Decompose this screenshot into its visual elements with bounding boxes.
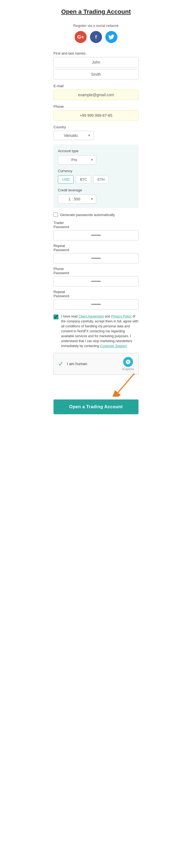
trader-password-group: TraderPassword [54, 221, 138, 241]
captcha-logo: hCaptcha [122, 357, 134, 371]
leverage-label: Credit leverage [58, 188, 134, 192]
email-section: E-mail [54, 84, 138, 100]
generate-label: Generate passwords automatically [60, 213, 115, 217]
repeat-phone-password-group: RepeatPassword [54, 290, 138, 310]
privacy-policy-link[interactable]: Privacy Policy [111, 314, 132, 318]
currency-btc[interactable]: BTC [76, 175, 91, 184]
currency-eth[interactable]: ETH [93, 175, 108, 184]
country-select[interactable]: Vanuatu United States United Kingdom Ger… [54, 131, 94, 140]
arrow-container [54, 380, 138, 399]
repeat-phone-password-label: RepeatPassword [54, 290, 138, 298]
agreement-checkbox[interactable] [54, 314, 58, 319]
orange-arrow-svg [96, 372, 140, 397]
phone-password-group: PhonePassword [54, 267, 138, 286]
captcha-box[interactable]: ✓ I am human hCaptcha [54, 353, 138, 375]
phone-section: Phone [54, 104, 138, 121]
currency-usd[interactable]: USD [58, 175, 73, 184]
phone-label: Phone [54, 104, 138, 108]
captcha-label: I am human [67, 362, 87, 366]
email-label: E-mail [54, 84, 138, 88]
trader-password-input[interactable] [54, 230, 138, 241]
phone-password-input[interactable] [54, 276, 138, 286]
captcha-brand: hCaptcha [122, 368, 134, 371]
agreement-section: I have read Client Agreement and Privacy… [54, 314, 138, 348]
customer-support-link[interactable]: Customer Support [100, 344, 126, 348]
facebook-icon[interactable]: f [90, 31, 102, 43]
currency-label: Currency [58, 169, 134, 173]
social-icons: G+ f [54, 31, 138, 43]
repeat-phone-password-input[interactable] [54, 299, 138, 310]
password-section: Generate passwords automatically TraderP… [54, 213, 138, 310]
generate-checkbox[interactable] [54, 213, 58, 217]
phone-input[interactable] [54, 110, 138, 121]
agreement-text: I have read Client Agreement and Privacy… [61, 314, 138, 348]
captcha-left: ✓ I am human [58, 360, 87, 368]
currency-section: Currency USD BTC ETH [58, 169, 134, 184]
phone-password-label: PhonePassword [54, 267, 138, 275]
country-label: Country [54, 125, 138, 129]
social-label: Register via a social network [54, 24, 138, 28]
generate-row: Generate passwords automatically [54, 213, 138, 217]
repeat-password-input[interactable] [54, 253, 138, 264]
account-type-select[interactable]: Pro Standard ECN Demo [58, 155, 96, 164]
trader-password-label: TraderPassword [54, 221, 138, 229]
account-type-label: Account type [58, 149, 134, 153]
svg-line-1 [118, 373, 134, 393]
social-section: Register via a social network G+ f [54, 24, 138, 43]
submit-button[interactable]: Open a Trading Account [54, 399, 138, 414]
captcha-checkmark: ✓ [58, 360, 64, 368]
repeat-password-label: RepeatPassword [54, 244, 138, 252]
client-agreement-link[interactable]: Client Agreement [78, 314, 104, 318]
country-select-wrapper: Vanuatu United States United Kingdom Ger… [54, 131, 94, 140]
email-input[interactable] [54, 90, 138, 100]
leverage-select[interactable]: 1 : 100 1 : 200 1 : 500 1 : 1000 [58, 194, 96, 204]
page-title: Open a Trading Account [54, 8, 138, 16]
names-label: First and last names [54, 51, 138, 55]
page-container: Open a Trading Account Register via a so… [48, 0, 144, 423]
leverage-section: Credit leverage 1 : 100 1 : 200 1 : 500 … [58, 188, 134, 204]
captcha-icon [123, 357, 133, 367]
account-type-select-wrapper: Pro Standard ECN Demo ▼ [58, 155, 96, 164]
last-name-input[interactable] [54, 69, 138, 80]
leverage-select-wrapper: 1 : 100 1 : 200 1 : 500 1 : 1000 ▼ [58, 194, 96, 204]
repeat-password-group: RepeatPassword [54, 244, 138, 264]
first-name-input[interactable] [54, 57, 138, 67]
account-section: Account type Pro Standard ECN Demo ▼ Cur… [54, 145, 138, 208]
country-section: Country Vanuatu United States United Kin… [54, 125, 138, 140]
currency-buttons: USD BTC ETH [58, 175, 134, 184]
google-icon[interactable]: G+ [74, 31, 87, 43]
account-type-section: Account type Pro Standard ECN Demo ▼ [58, 149, 134, 164]
twitter-icon[interactable] [105, 31, 118, 43]
names-section: First and last names [54, 51, 138, 80]
